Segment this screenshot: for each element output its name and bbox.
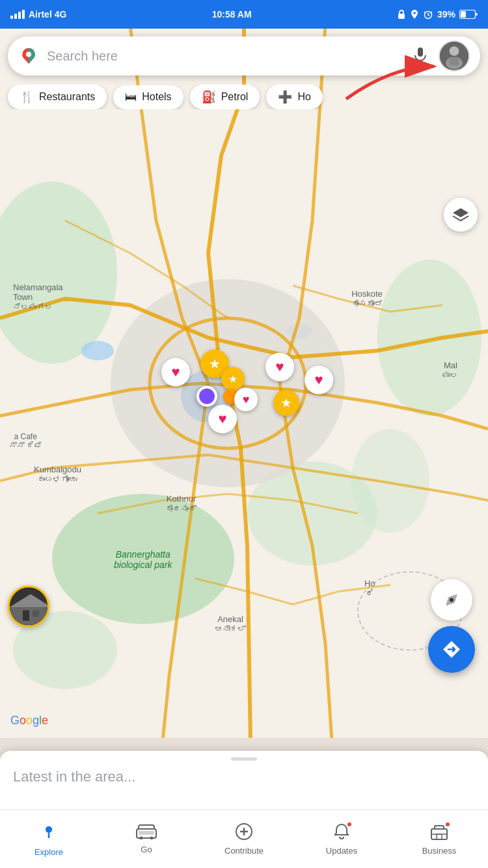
hotels-icon: 🛏 [125,90,137,104]
saved-pin-1[interactable]: ♥ [161,358,190,387]
updates-icon [333,822,350,843]
updates-label: Updates [326,846,357,856]
lock-icon [397,9,406,20]
saved-pin-5[interactable]: ♥ [234,388,258,411]
google-logo: Google [10,714,48,727]
nav-business[interactable]: Business [390,817,488,861]
nav-go[interactable]: Go [98,819,195,860]
explore-label: Explore [34,847,63,857]
signal-icon [10,10,25,19]
latest-in-area-text: Latest in the area... [0,761,488,793]
compass-icon [441,590,462,610]
nav-explore[interactable]: Explore [0,817,98,862]
svg-rect-24 [450,57,459,66]
pill-hotels-label: Hotels [142,91,171,103]
hospital-icon: ➕ [278,90,292,104]
business-icon [430,822,448,843]
saved-pin-3[interactable]: ♥ [305,366,333,394]
nav-updates[interactable]: Updates [293,817,390,861]
svg-point-34 [140,837,143,840]
updates-notif-dot [346,821,353,828]
my-location-button[interactable] [431,579,472,621]
location-marker [197,386,217,407]
svg-point-35 [150,837,154,840]
bottom-sheet: Latest in the area... Explore [0,751,488,868]
pill-hospital-label: Ho [297,91,310,103]
business-label: Business [422,846,457,856]
pill-restaurants-label: Restaurants [39,91,95,103]
svg-point-7 [377,260,481,416]
search-bar[interactable]: Search here [8,36,480,75]
nav-contribute[interactable]: Contribute [195,817,293,861]
user-avatar[interactable] [439,40,470,72]
layers-icon [452,206,470,224]
maps-logo [18,46,39,66]
category-pills: 🍴 Restaurants 🛏 Hotels ⛽ Petrol ➕ Ho [0,85,488,109]
pill-hospital[interactable]: ➕ Ho [266,85,322,109]
svg-rect-41 [437,834,442,839]
status-right: 39% [397,9,478,20]
carrier-label: Airtel 4G [29,9,66,20]
location-status-icon [410,9,419,20]
petrol-icon: ⛽ [202,90,216,104]
svg-point-1 [413,12,416,14]
svg-point-22 [450,46,459,56]
battery-icon [459,10,478,19]
location-thumbnail[interactable] [8,586,49,627]
saved-pin-4[interactable]: ♥ [208,405,237,433]
svg-rect-29 [23,610,29,621]
business-notif-dot [444,821,451,828]
pill-restaurants[interactable]: 🍴 Restaurants [8,85,107,109]
layers-button[interactable] [444,198,478,232]
alarm-icon [423,9,433,20]
directions-icon [439,637,464,662]
pill-petrol-label: Petrol [221,91,249,103]
time-label: 10:58 AM [212,9,252,20]
map-container[interactable]: Search here [0,29,488,738]
mic-button[interactable] [409,44,432,68]
contribute-label: Contribute [224,846,264,856]
svg-rect-18 [418,47,423,57]
status-bar: Airtel 4G 10:58 AM 39% [0,0,488,29]
bottom-navigation: Explore Go Con [0,809,488,868]
svg-rect-36 [139,831,154,835]
pill-hotels[interactable]: 🛏 Hotels [113,85,183,109]
status-left: Airtel 4G [10,9,66,20]
restaurants-icon: 🍴 [20,90,34,104]
svg-point-31 [450,598,454,602]
pill-petrol[interactable]: ⛽ Petrol [190,85,260,109]
svg-rect-0 [398,14,405,19]
go-label: Go [141,845,152,854]
starred-pin-3[interactable]: ★ [273,390,299,416]
explore-icon [40,822,58,845]
search-input[interactable]: Search here [47,49,409,64]
svg-point-11 [351,429,429,533]
contribute-icon [235,822,253,843]
battery-label: 39% [437,9,455,20]
directions-button[interactable] [428,626,475,673]
svg-point-12 [81,341,114,360]
svg-point-8 [52,494,234,624]
svg-rect-30 [33,610,39,617]
svg-point-17 [26,52,31,57]
avatar-image [440,42,468,70]
go-icon [136,824,157,842]
svg-rect-4 [461,11,466,18]
saved-pin-2[interactable]: ♥ [265,353,294,381]
starred-pin-2[interactable]: ★ [221,367,245,390]
